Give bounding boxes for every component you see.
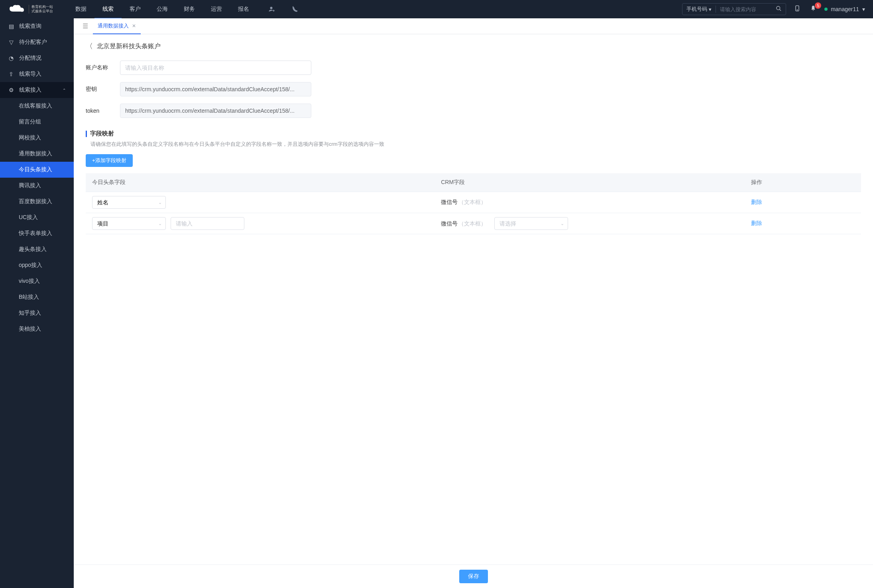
sidebar-item-lead-query[interactable]: ▤线索查询 [0,18,74,34]
phone-icon[interactable] [287,6,303,13]
table-row: 项目 ⌄ 微信号（文本框） 请选择 ⌄ 删除 [86,213,861,234]
logo: 教育机构一站 式服务云平台 [8,4,53,15]
sidebar-item-allocation[interactable]: ◔分配情况 [0,50,74,66]
svg-point-0 [270,7,273,9]
section-title: 字段映射 [90,130,114,137]
field-value-input[interactable] [171,217,244,230]
search-group: 手机号码 ▾ [682,3,786,15]
top-nav: 数据 线索 客户 公海 财务 运营 报名 [67,0,257,19]
mobile-icon[interactable] [792,5,802,14]
search-icon[interactable] [772,6,786,13]
sidebar-sub-zhihu[interactable]: 知乎接入 [0,305,74,321]
search-input[interactable] [716,6,772,12]
section-desc: 请确保您在此填写的头条自定义字段名称与在今日头条平台中自定义的字段名称一致，并且… [86,141,861,148]
token-value[interactable]: https://crm.yunduocrm.com/externalData/s… [120,104,311,118]
section-marker [86,131,87,137]
bell-icon[interactable]: 5 [808,5,818,14]
sidebar-sub-tencent[interactable]: 腾讯接入 [0,178,74,194]
header: 教育机构一站 式服务云平台 数据 线索 客户 公海 财务 运营 报名 手机号码 … [0,0,873,18]
logo-sub2: 式服务云平台 [31,9,53,14]
nav-enroll[interactable]: 报名 [230,0,257,19]
content: 〈 北京昱新科技头条账户 账户名称 密钥 https://crm.yunduoc… [74,34,873,588]
account-name-input[interactable] [120,61,311,75]
nav-finance[interactable]: 财务 [176,0,203,19]
sidebar-sub-vivo[interactable]: vivo接入 [0,273,74,289]
back-icon[interactable]: 〈 [86,41,93,51]
col-crm-field: CRM字段 [435,173,745,192]
sidebar-sub-baidu[interactable]: 百度数据接入 [0,194,74,210]
sidebar-sub-qutoutiao[interactable]: 趣头条接入 [0,241,74,257]
col-toutiao-field: 今日头条字段 [86,173,435,192]
add-mapping-button[interactable]: +添加字段映射 [86,154,133,167]
footer-bar: 保存 [74,564,873,588]
nav-customers[interactable]: 客户 [122,0,149,19]
chevron-down-icon: ▾ [709,6,712,12]
chevron-up-icon: ⌃ [63,88,66,92]
sidebar-sub-general-data[interactable]: 通用数据接入 [0,146,74,162]
tab-general-data[interactable]: 通用数据接入 ✕ [93,18,141,34]
user-menu[interactable]: manager11 ▾ [824,6,865,12]
crm-field-name: 微信号 [441,220,458,227]
mapping-table: 今日头条字段 CRM字段 操作 姓名 ⌄ [86,173,861,234]
sidebar-sub-message-group[interactable]: 留言分组 [0,114,74,130]
logo-icon [8,4,26,15]
status-dot [824,8,828,11]
search-type-select[interactable]: 手机号码 ▾ [682,6,716,13]
chevron-down-icon: ▾ [862,6,865,12]
crm-field-hint: （文本框） [458,199,486,205]
secret-value[interactable]: https://crm.yunduocrm.com/externalData/s… [120,82,311,96]
account-label: 账户名称 [86,64,114,71]
token-label: token [86,108,114,114]
username: manager11 [831,6,859,12]
tabs-menu-icon[interactable]: ☰ [80,22,90,30]
tabs-bar: ☰ 通用数据接入 ✕ [74,18,873,34]
nav-pool[interactable]: 公海 [149,0,176,19]
sidebar-item-import[interactable]: ⇪线索导入 [0,66,74,82]
sidebar-sub-bilibili[interactable]: B站接入 [0,289,74,305]
page-title: 北京昱新科技头条账户 [97,42,161,51]
sidebar-sub-school[interactable]: 网校接入 [0,130,74,146]
close-icon[interactable]: ✕ [132,23,136,29]
secret-label: 密钥 [86,86,114,93]
sidebar-sub-kuaishou[interactable]: 快手表单接入 [0,225,74,241]
col-action: 操作 [745,173,861,192]
sidebar: ▤线索查询 ▽待分配客户 ◔分配情况 ⇪线索导入 ⚙线索接入⌃ 在线客服接入 留… [0,18,74,588]
logo-sub1: 教育机构一站 [31,5,53,9]
crm-field-name: 微信号 [441,199,458,205]
field-select-name[interactable]: 姓名 [92,196,166,209]
delete-link[interactable]: 删除 [751,220,762,226]
sidebar-sub-oppo[interactable]: oppo接入 [0,257,74,273]
crm-value-select[interactable]: 请选择 [494,217,568,230]
field-select-project[interactable]: 项目 [92,217,166,230]
notification-badge: 5 [815,2,821,9]
sidebar-sub-uc[interactable]: UC接入 [0,210,74,225]
svg-point-3 [797,10,798,10]
nav-data[interactable]: 数据 [67,0,94,19]
delete-link[interactable]: 删除 [751,199,762,205]
main: ☰ 通用数据接入 ✕ 〈 北京昱新科技头条账户 账户名称 密钥 https://… [74,18,873,588]
save-button[interactable]: 保存 [459,570,488,583]
sidebar-sub-toutiao[interactable]: 今日头条接入 [0,162,74,178]
crm-field-hint: （文本框） [458,220,486,227]
nav-leads[interactable]: 线索 [94,0,122,19]
sidebar-item-pending[interactable]: ▽待分配客户 [0,34,74,50]
sidebar-item-integration[interactable]: ⚙线索接入⌃ [0,82,74,98]
user-add-icon[interactable] [263,6,280,13]
nav-ops[interactable]: 运营 [203,0,230,19]
svg-point-1 [777,6,780,10]
table-row: 姓名 ⌄ 微信号（文本框） 删除 [86,192,861,213]
sidebar-sub-online-service[interactable]: 在线客服接入 [0,98,74,114]
sidebar-sub-meiyou[interactable]: 美柚接入 [0,321,74,337]
